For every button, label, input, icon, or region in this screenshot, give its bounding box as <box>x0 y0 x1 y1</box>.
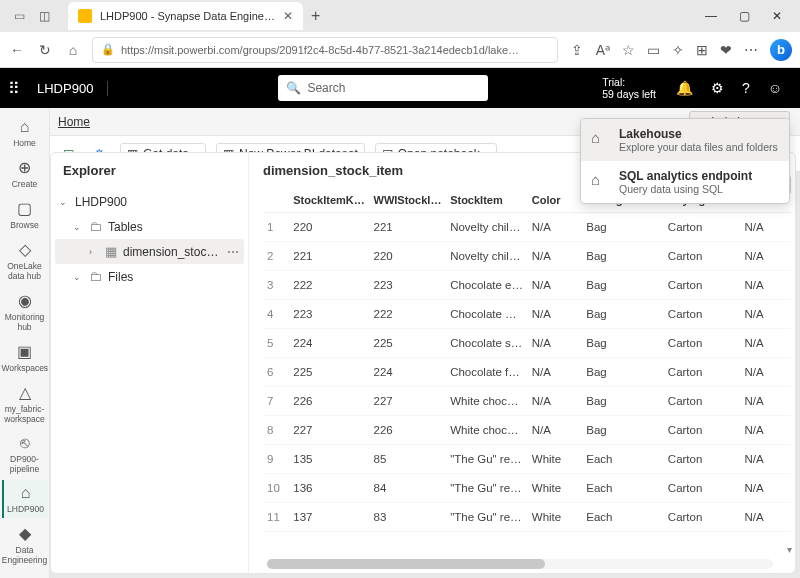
leftrail-item[interactable]: △my_fabric-workspace <box>2 379 48 428</box>
cell: N/A <box>740 416 791 445</box>
breadcrumb-home[interactable]: Home <box>58 115 90 129</box>
notifications-icon[interactable]: 🔔 <box>676 80 693 96</box>
column-header[interactable]: Color <box>528 188 583 213</box>
cell: N/A <box>528 416 583 445</box>
explorer-tree: ⌄ LHDP900 ⌄ 🗀 Tables › ▦ dimension_stock… <box>51 188 248 291</box>
cell: N/A <box>528 242 583 271</box>
feedback-icon[interactable]: ☺ <box>768 80 782 96</box>
table-row[interactable]: 1220221Novelty chil…N/ABagCartonN/A <box>263 213 791 242</box>
cell: N/A <box>528 271 583 300</box>
cell: 222 <box>289 271 369 300</box>
cell: 225 <box>289 358 369 387</box>
menu-option-lakehouse[interactable]: ⌂ Lakehouse Explore your data files and … <box>581 119 789 161</box>
leftrail-item[interactable]: ⊕Create <box>2 154 48 193</box>
column-header[interactable] <box>263 188 289 213</box>
trial-days: 59 days left <box>602 88 656 100</box>
cell: Bag <box>582 213 664 242</box>
leftrail-item[interactable]: ◇OneLake data hub <box>2 236 48 285</box>
close-window-icon[interactable]: ✕ <box>772 9 782 23</box>
column-header[interactable]: StockItemK… <box>289 188 369 213</box>
chevron-down-icon[interactable]: ⌄ <box>73 222 83 232</box>
extensions-icon[interactable]: ✧ <box>672 42 684 58</box>
favicon-icon <box>78 9 92 23</box>
tab-title: LHDP900 - Synapse Data Engine… <box>100 10 275 22</box>
scroll-down-icon[interactable]: ▾ <box>787 544 792 555</box>
help-icon[interactable]: ? <box>742 80 750 96</box>
search-box[interactable]: 🔍 Search <box>278 75 488 101</box>
bing-chat-icon[interactable]: b <box>770 39 792 61</box>
leftrail-item[interactable]: ⎋DP900-pipeline <box>2 430 48 478</box>
data-grid: StockItemK…WWIStockI…StockItemColorSelli… <box>263 188 791 555</box>
table-row[interactable]: 4223222Chocolate …N/ABagCartonN/A <box>263 300 791 329</box>
cell: 223 <box>370 271 447 300</box>
home-icon[interactable]: ⌂ <box>64 42 82 58</box>
cell: Chocolate … <box>446 300 528 329</box>
cell: 136 <box>289 474 369 503</box>
horizontal-scrollbar[interactable] <box>267 559 773 569</box>
minimize-icon[interactable]: — <box>705 9 717 23</box>
tree-tables[interactable]: ⌄ 🗀 Tables <box>55 214 244 239</box>
url-box[interactable]: 🔒 https://msit.powerbi.com/groups/2091f2… <box>92 37 558 63</box>
cell: 9 <box>263 445 289 474</box>
read-aloud-icon[interactable]: Aᵃ <box>596 42 610 58</box>
cell: Chocolate e… <box>446 271 528 300</box>
table-row[interactable]: 913585"The Gu" re…WhiteEachCartonN/A <box>263 445 791 474</box>
maximize-icon[interactable]: ▢ <box>739 9 750 23</box>
cell: 227 <box>289 416 369 445</box>
table-row[interactable]: 8227226White choc…N/ABagCartonN/A <box>263 416 791 445</box>
chevron-right-icon[interactable]: › <box>89 247 99 257</box>
cell: Each <box>582 474 664 503</box>
cell: 222 <box>370 300 447 329</box>
table-row[interactable]: 1013684"The Gu" re…WhiteEachCartonN/A <box>263 474 791 503</box>
cell: Bag <box>582 271 664 300</box>
tab-overview-icon[interactable]: ▭ <box>14 9 25 23</box>
new-tab-button[interactable]: + <box>311 7 320 25</box>
tree-table-item[interactable]: › ▦ dimension_stock_it… ⋯ <box>55 239 244 264</box>
folder-icon: 🗀 <box>89 269 102 284</box>
menu-option-sql-endpoint[interactable]: ⌂ SQL analytics endpoint Query data usin… <box>581 161 789 203</box>
search-placeholder: Search <box>307 81 345 95</box>
leftrail-item[interactable]: ▣Workspaces <box>2 338 48 377</box>
rail-icon: ▣ <box>2 342 48 361</box>
cell: 224 <box>370 358 447 387</box>
table-row[interactable]: 3222223Chocolate e…N/ABagCartonN/A <box>263 271 791 300</box>
more-icon[interactable]: ⋯ <box>227 245 240 259</box>
leftrail-item[interactable]: ◉Monitoring hub <box>2 287 48 336</box>
wallet-icon[interactable]: ❤ <box>720 42 732 58</box>
tree-files[interactable]: ⌄ 🗀 Files <box>55 264 244 289</box>
cell: White <box>528 503 583 532</box>
refresh-icon[interactable]: ↻ <box>36 42 54 58</box>
app-launcher-icon[interactable]: ⠿ <box>8 79 21 98</box>
explorer-panel: Explorer ⌄ LHDP900 ⌄ 🗀 Tables › ▦ dimens… <box>51 153 249 573</box>
tree-root[interactable]: ⌄ LHDP900 <box>55 190 244 214</box>
table-row[interactable]: 2221220Novelty chil…N/ABagCartonN/A <box>263 242 791 271</box>
favorite-icon[interactable]: ☆ <box>622 42 635 58</box>
browser-tab[interactable]: LHDP900 - Synapse Data Engine… ✕ <box>68 2 303 30</box>
table-row[interactable]: 5224225Chocolate s…N/ABagCartonN/A <box>263 329 791 358</box>
cell: 6 <box>263 358 289 387</box>
column-header[interactable]: StockItem <box>446 188 528 213</box>
close-tab-icon[interactable]: ✕ <box>283 9 293 23</box>
lock-icon: 🔒 <box>101 43 115 56</box>
leftrail-item[interactable]: ⌂LHDP900 <box>2 480 48 518</box>
lakehouse-mode-menu: ⌂ Lakehouse Explore your data files and … <box>580 118 790 204</box>
settings-icon[interactable]: ⚙ <box>711 80 724 96</box>
table-row[interactable]: 1113783"The Gu" re…WhiteEachCartonN/A <box>263 503 791 532</box>
leftrail-item[interactable]: ▢Browse <box>2 195 48 234</box>
leftrail-item[interactable]: ⌂Home <box>2 114 48 152</box>
rail-icon: ⌂ <box>2 118 48 136</box>
chevron-down-icon[interactable]: ⌄ <box>73 272 83 282</box>
share-icon[interactable]: ⇪ <box>568 42 586 58</box>
table-row[interactable]: 6225224Chocolate f…N/ABagCartonN/A <box>263 358 791 387</box>
table-row[interactable]: 7226227White choc…N/ABagCartonN/A <box>263 387 791 416</box>
collections-icon[interactable]: ▭ <box>647 42 660 58</box>
column-header[interactable]: WWIStockI… <box>370 188 447 213</box>
tab-list-icon[interactable]: ◫ <box>39 9 50 23</box>
addon-icon[interactable]: ⊞ <box>696 42 708 58</box>
cell: N/A <box>528 387 583 416</box>
cell: Carton <box>664 474 741 503</box>
chevron-down-icon[interactable]: ⌄ <box>59 197 69 207</box>
leftrail-item[interactable]: ◆Data Engineering <box>2 520 48 569</box>
back-icon[interactable]: ← <box>8 42 26 58</box>
more-icon[interactable]: ⋯ <box>744 42 758 58</box>
